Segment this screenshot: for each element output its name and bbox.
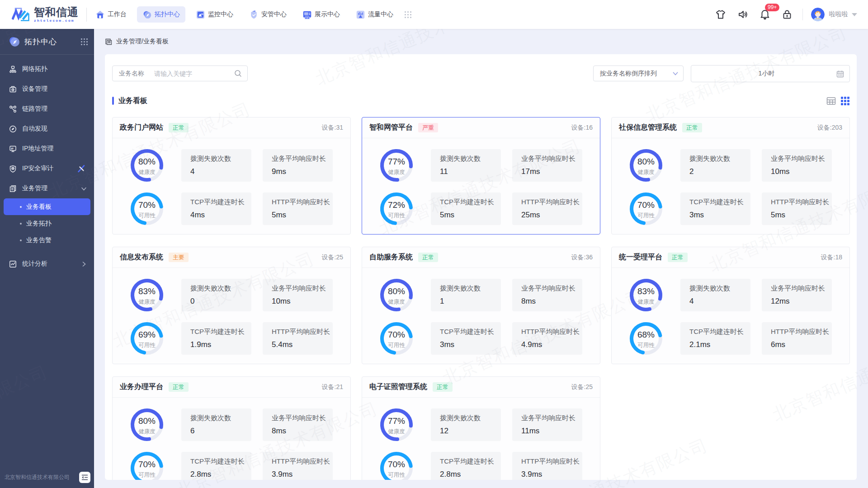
health-label: 健康度	[626, 298, 666, 306]
nav-item-3[interactable]: 监控中心	[190, 6, 239, 23]
sort-select[interactable]: 按业务名称倒序排列	[593, 66, 684, 81]
availability-value: 70%	[127, 200, 167, 210]
sidebar-item-8[interactable]: 统计分析	[0, 254, 94, 274]
stat-box: HTTP平均响应时长5.4ms	[263, 322, 333, 355]
sound-icon[interactable]	[737, 9, 748, 20]
stat-label: HTTP平均响应时长	[521, 328, 582, 336]
sidebar-item-3[interactable]: 链路管理	[0, 99, 94, 119]
lock-icon[interactable]	[782, 9, 793, 20]
nav-item-6[interactable]: 流量中心	[350, 6, 399, 23]
health-donut: 77%健康度	[376, 404, 417, 445]
stat-value: 3.9ms	[521, 470, 582, 479]
stat-label: 拨测失败次数	[190, 155, 251, 163]
sidebar: 拓扑中心 网络拓扑设备管理链路管理自动发现IPIP地址管理IP安全审计业务管理业…	[0, 29, 94, 488]
company-name: 北京智和信通技术有限公司	[5, 474, 79, 481]
service-card-6[interactable]: 统一受理平台正常设备:1883%健康度68%可用性拨测失败次数4业务平均响应时长…	[611, 247, 850, 364]
sidebar-item-5[interactable]: IPIP地址管理	[0, 139, 94, 159]
username[interactable]: 啦啦啦	[829, 10, 848, 19]
stat-box: HTTP平均响应时长5ms	[263, 192, 333, 225]
calendar-icon	[836, 70, 844, 78]
apps-grid-icon[interactable]	[405, 11, 411, 18]
user-caret-icon[interactable]	[852, 13, 857, 19]
nav-item-2[interactable]: 拓扑中心	[137, 6, 185, 23]
header-right: 99+ 啦啦啦	[704, 8, 857, 21]
stat-box: 拨测失败次数4	[181, 149, 251, 182]
sidebar-item-label: 链路管理	[22, 105, 87, 113]
device-count: 设备:18	[821, 253, 842, 262]
sidebar-item-4[interactable]: 自动发现	[0, 119, 94, 139]
health-value: 83%	[626, 286, 666, 296]
statistics-icon	[9, 260, 17, 268]
nav-item-4[interactable]: 安管中心	[244, 6, 292, 23]
stat-label: 拨测失败次数	[190, 284, 251, 293]
status-badge: 主要	[169, 253, 189, 262]
service-card-3[interactable]: 社保信息管理系统正常设备:20380%健康度70%可用性拨测失败次数2业务平均响…	[611, 117, 850, 235]
sidebar-subitem-3[interactable]: 业务告警	[4, 232, 90, 249]
theme-icon[interactable]	[715, 9, 726, 20]
stat-value: 4	[190, 167, 251, 176]
service-card-2[interactable]: 智和网管平台严重设备:1677%健康度72%可用性拨测失败次数11业务平均响应时…	[362, 117, 600, 235]
stat-box: 拨测失败次数12	[431, 408, 501, 441]
health-value: 83%	[127, 286, 167, 296]
availability-donut: 72%可用性	[376, 188, 417, 229]
stat-value: 8ms	[272, 427, 333, 436]
stat-value: 6	[190, 427, 251, 436]
sidebar-title: 拓扑中心	[24, 37, 81, 47]
card-title: 信息发布系统	[120, 253, 163, 262]
stat-value: 4ms	[190, 211, 251, 220]
main-area: 业务管理/业务看板 业务名称 按业务名称倒序排列 1小时	[94, 29, 868, 488]
search-box[interactable]: 业务名称	[112, 66, 248, 81]
breadcrumb: 业务管理/业务看板	[94, 29, 868, 54]
status-badge: 正常	[433, 382, 453, 392]
view-toggle	[822, 96, 850, 106]
stat-box: 业务平均响应时长12ms	[762, 279, 832, 311]
stat-label: TCP平均建连时长	[190, 328, 251, 336]
card-title: 自助服务系统	[369, 253, 413, 262]
table-view-icon[interactable]	[826, 96, 836, 106]
sidebar-subitem-label: 业务告警	[26, 236, 52, 244]
sidebar-item-label: 设备管理	[22, 85, 87, 93]
grid-view-icon[interactable]	[840, 96, 850, 106]
workbench-icon	[95, 10, 105, 19]
service-card-1[interactable]: 政务门户网站正常设备:3180%健康度70%可用性拨测失败次数4业务平均响应时长…	[112, 117, 351, 235]
sidebar-apps-icon[interactable]	[81, 38, 88, 45]
collapse-sidebar-button[interactable]	[79, 472, 90, 483]
ip-audit-icon	[9, 165, 17, 173]
health-value: 77%	[376, 416, 417, 426]
service-card-5[interactable]: 自助服务系统正常设备:3680%健康度70%可用性拨测失败次数1业务平均响应时长…	[362, 247, 600, 364]
stat-label: 拨测失败次数	[440, 284, 501, 293]
nav-item-1[interactable]: 工作台	[90, 6, 132, 23]
sidebar-item-1[interactable]: 网络拓扑	[0, 59, 94, 79]
card-header: 统一受理平台正常设备:18	[612, 247, 849, 268]
nav-item-5[interactable]: 展示中心	[297, 6, 345, 23]
time-range-picker[interactable]: 1小时	[691, 65, 850, 82]
brand-logo[interactable]: 智和信通 zhtelecom.com	[12, 6, 77, 23]
stat-value: 17ms	[521, 167, 582, 176]
sidebar-menu: 网络拓扑设备管理链路管理自动发现IPIP地址管理IP安全审计业务管理业务看板业务…	[0, 55, 94, 274]
stat-box: HTTP平均响应时长5ms	[762, 192, 832, 225]
stat-label: TCP平均建连时长	[440, 328, 501, 336]
sidebar-item-label: IP地址管理	[22, 145, 87, 153]
stat-value: 11	[440, 167, 501, 176]
health-label: 健康度	[376, 428, 417, 436]
stat-box: TCP平均建连时长3ms	[431, 322, 501, 355]
sidebar-subitem-2[interactable]: 业务拓扑	[4, 215, 90, 232]
stat-label: HTTP平均响应时长	[272, 198, 333, 206]
search-icon[interactable]	[234, 70, 242, 77]
section-accent-bar	[112, 97, 114, 105]
avatar[interactable]	[811, 8, 825, 21]
brand-name: 智和信通	[34, 6, 77, 18]
sidebar-subitem-1[interactable]: 业务看板	[4, 198, 90, 215]
sidebar-item-label: 自动发现	[22, 125, 87, 133]
service-card-7[interactable]: 业务办理平台正常设备:2180%健康度70%可用性拨测失败次数6业务平均响应时长…	[112, 376, 351, 480]
notifications[interactable]: 99+	[760, 9, 770, 20]
availability-value: 69%	[127, 330, 167, 340]
sidebar-item-7[interactable]: 业务管理	[0, 178, 94, 198]
stat-label: 拨测失败次数	[689, 284, 750, 293]
availability-label: 可用性	[626, 342, 666, 349]
sidebar-item-6[interactable]: IP安全审计	[0, 159, 94, 178]
service-card-8[interactable]: 电子证照管理系统正常设备:2577%健康度70%可用性拨测失败次数12业务平均响…	[362, 376, 600, 480]
service-card-4[interactable]: 信息发布系统主要设备:2583%健康度69%可用性拨测失败次数0业务平均响应时长…	[112, 247, 351, 364]
search-input[interactable]	[154, 70, 234, 77]
sidebar-item-2[interactable]: 设备管理	[0, 79, 94, 99]
